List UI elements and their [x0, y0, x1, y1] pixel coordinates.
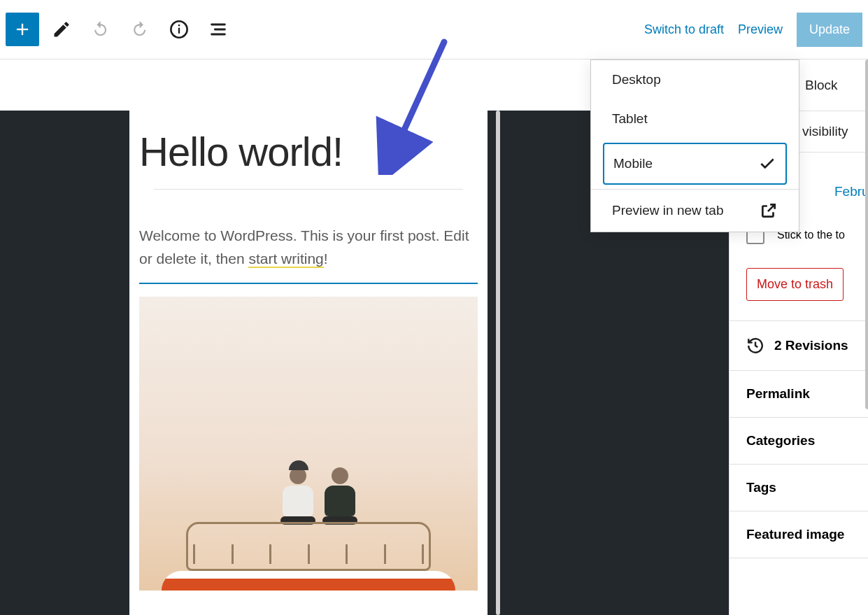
image-figure-person-right	[321, 467, 359, 523]
preview-option-label: Desktop	[612, 72, 661, 87]
redo-button[interactable]	[123, 13, 157, 46]
preview-new-tab-label: Preview in new tab	[612, 203, 723, 218]
preview-option-label: Mobile	[613, 156, 653, 171]
image-van-body	[162, 571, 455, 591]
block-selected-divider[interactable]	[139, 283, 478, 284]
pencil-icon	[52, 20, 71, 39]
toolbar-right-group: Switch to draft Preview Update	[644, 13, 862, 47]
undo-button[interactable]	[84, 13, 118, 46]
tab-block[interactable]: Block	[792, 59, 850, 111]
list-view-icon	[208, 20, 228, 39]
plus-icon	[13, 20, 32, 39]
outline-button[interactable]	[201, 13, 235, 46]
mobile-preview-frame: Hello world! Welcome to WordPress. This …	[129, 111, 488, 615]
details-button[interactable]	[162, 13, 196, 46]
check-icon	[758, 155, 776, 173]
featured-image-panel[interactable]: Featured image	[730, 511, 868, 558]
revisions-label: 2 Revisions	[774, 338, 848, 353]
toolbar-left-group	[6, 13, 235, 46]
permalink-panel[interactable]: Permalink	[730, 371, 868, 418]
editor-toolbar: Switch to draft Preview Update	[0, 0, 868, 59]
post-body-paragraph[interactable]: Welcome to WordPress. This is your first…	[129, 225, 488, 270]
info-icon	[169, 20, 189, 39]
tags-panel[interactable]: Tags	[730, 465, 868, 511]
preview-option-desktop[interactable]: Desktop	[591, 60, 799, 99]
image-block[interactable]	[139, 297, 478, 591]
preview-dropdown-menu: Desktop Tablet Mobile Preview in new tab	[590, 59, 799, 232]
svg-rect-2	[178, 24, 180, 26]
image-figure-person-left	[279, 467, 317, 523]
move-to-trash-button[interactable]: Move to trash	[746, 268, 844, 301]
update-button[interactable]: Update	[797, 13, 862, 47]
categories-panel[interactable]: Categories	[730, 418, 868, 465]
svg-rect-1	[178, 28, 180, 34]
external-link-icon	[760, 202, 778, 220]
visibility-label: visibility	[802, 124, 848, 139]
sidebar-scrollbar[interactable]	[865, 59, 868, 409]
title-separator	[154, 189, 463, 190]
revisions-row[interactable]: 2 Revisions	[730, 321, 868, 371]
edit-mode-button[interactable]	[45, 13, 78, 46]
image-van-roof	[186, 522, 431, 571]
start-writing-link[interactable]: start writing	[248, 250, 323, 268]
preview-new-tab[interactable]: Preview in new tab	[591, 190, 799, 232]
switch-to-draft-button[interactable]: Switch to draft	[644, 22, 724, 37]
history-icon	[746, 337, 764, 355]
preview-option-mobile[interactable]: Mobile	[603, 143, 787, 185]
trash-row: Move to trash	[730, 261, 868, 321]
redo-icon	[130, 20, 150, 39]
body-text-after: !	[324, 250, 328, 267]
preview-option-label: Tablet	[612, 111, 648, 127]
preview-option-tablet[interactable]: Tablet	[591, 99, 799, 139]
post-title[interactable]: Hello world!	[129, 118, 488, 182]
undo-icon	[91, 20, 111, 39]
add-block-button[interactable]	[6, 13, 39, 46]
preview-button[interactable]: Preview	[738, 22, 783, 37]
